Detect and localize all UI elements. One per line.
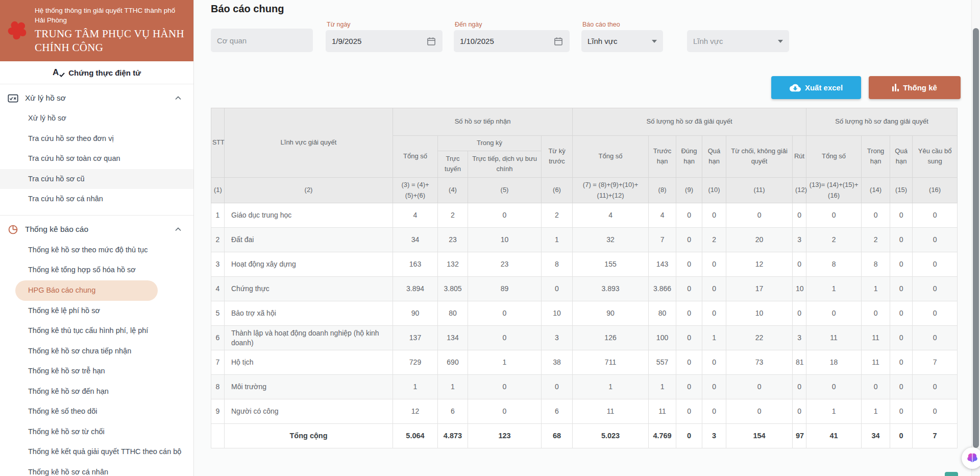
chevron-up-icon[interactable] bbox=[173, 224, 183, 234]
filter-bar: Cơ quan Từ ngày 1/9/2025 Đến ngày 1/10/2… bbox=[211, 21, 961, 52]
table-cell: 0 bbox=[862, 203, 890, 228]
sidebar-item[interactable]: Thống kê lệ phí hồ sơ bbox=[0, 301, 193, 321]
sidebar-item[interactable]: Tra cứu hồ sơ theo đơn vị bbox=[0, 129, 193, 149]
sidebar-item[interactable]: Thống kê hồ sơ trễ hạn bbox=[0, 361, 193, 382]
table-cell: 3.866 bbox=[649, 277, 676, 301]
calendar-icon[interactable] bbox=[553, 36, 564, 46]
sidebar-item[interactable]: Thống kê tổng hợp số hóa hồ sơ bbox=[0, 260, 193, 280]
table-cell: 0 bbox=[468, 326, 542, 350]
table-cell: 0 bbox=[890, 350, 913, 375]
calendar-icon[interactable] bbox=[426, 36, 436, 46]
table-cell: 8 bbox=[542, 252, 573, 277]
table-cell: 20 bbox=[726, 228, 793, 252]
table-cell: 0 bbox=[676, 203, 702, 228]
table-cell: 0 bbox=[793, 203, 806, 228]
table-cell: 68 bbox=[542, 424, 573, 448]
table-cell: 3 bbox=[793, 228, 806, 252]
col-header-truc-tiep: Trực tiếp, dịch vụ bưu chính bbox=[468, 151, 542, 177]
table-row: 1Giáo dục trung học42024400000000 bbox=[211, 203, 958, 228]
sidebar-item[interactable]: Thống kê kết quả giải quyết TTHC theo cá… bbox=[0, 442, 193, 462]
sidebar-item[interactable]: Tra cứu hồ sơ cá nhân bbox=[0, 189, 193, 209]
sidebar-item[interactable]: Thống kê hồ sơ từ chối bbox=[0, 422, 193, 442]
table-cell: 4 bbox=[393, 203, 438, 228]
table-cell: 0 bbox=[676, 424, 702, 448]
table-cell: Chứng thực bbox=[225, 277, 393, 301]
sidebar-item[interactable]: Tra cứu hồ sơ toàn cơ quan bbox=[0, 149, 193, 169]
table-cell: 0 bbox=[702, 252, 726, 277]
nav-group-statistics-reports[interactable]: Thống kê báo cáo bbox=[0, 219, 193, 240]
table-cell: 4.873 bbox=[438, 424, 468, 448]
sidebar-item[interactable]: Xử lý hồ sơ bbox=[0, 108, 193, 129]
sidebar-item[interactable]: Tra cứu hồ sơ cũ bbox=[0, 169, 193, 189]
table-cell: 73 bbox=[726, 350, 793, 375]
table-cell: 3.893 bbox=[573, 277, 649, 301]
to-date-input[interactable]: 1/10/2025 bbox=[454, 30, 570, 52]
field-select[interactable]: Lĩnh vực bbox=[687, 30, 789, 52]
sidebar-item[interactable]: Thống kê hồ sơ chưa tiếp nhận bbox=[0, 341, 193, 362]
chevron-up-icon[interactable] bbox=[173, 93, 183, 103]
table-cell: 90 bbox=[573, 301, 649, 326]
table-cell: 11 bbox=[862, 350, 890, 375]
col-header-yeu-cau-bo-sung: Yêu cầu bổ sung bbox=[913, 136, 958, 178]
table-cell: 143 bbox=[649, 252, 676, 277]
numbering-row: (1)(2)(3) = (4)+(5)+(6)(4)(5)(6)(7) = (8… bbox=[211, 177, 958, 203]
nav-group-process-records[interactable]: Xử lý hồ sơ bbox=[0, 88, 193, 108]
table-cell: 18 bbox=[806, 350, 862, 375]
from-date-input[interactable]: 1/9/2025 bbox=[326, 30, 443, 52]
column-number: (12) bbox=[793, 177, 806, 203]
col-header-trong-han: Trong hạn bbox=[862, 136, 890, 178]
document-check-x-icon bbox=[8, 93, 18, 103]
table-cell: 137 bbox=[393, 326, 438, 350]
to-date-value: 1/10/2025 bbox=[460, 37, 494, 45]
sidebar-item[interactable]: Thống kê thủ tục cấu hình phí, lệ phí bbox=[0, 321, 193, 341]
table-cell: 0 bbox=[726, 203, 793, 228]
table-cell: 22 bbox=[726, 326, 793, 350]
table-cell: 11 bbox=[806, 326, 862, 350]
table-cell: 6 bbox=[211, 326, 225, 350]
sidebar-item[interactable]: Thống kê hồ sơ đến hạn bbox=[0, 382, 193, 402]
table-cell: 11 bbox=[573, 399, 649, 424]
table-cell: 0 bbox=[542, 277, 573, 301]
table-cell: 4 bbox=[573, 203, 649, 228]
report-by-select[interactable]: Lĩnh vực bbox=[581, 30, 663, 52]
table-cell: 0 bbox=[913, 228, 958, 252]
column-number: (5) bbox=[468, 177, 542, 203]
col-header-tong-so: Tổng số bbox=[573, 136, 649, 178]
table-cell: 3 bbox=[542, 326, 573, 350]
table-row: 4Chứng thực3.8943.8058903.8933.866001710… bbox=[211, 277, 958, 301]
statistics-button[interactable]: Thống kê bbox=[869, 76, 961, 99]
from-date-value: 1/9/2025 bbox=[332, 37, 361, 45]
sidebar-item[interactable]: Thống kê hồ sơ theo mức độ thủ tục bbox=[0, 240, 193, 260]
table-cell: 0 bbox=[890, 399, 913, 424]
table-cell: 80 bbox=[438, 301, 468, 326]
column-number: (4) bbox=[438, 177, 468, 203]
electronic-certification-link[interactable]: A Chứng thực điện tử bbox=[0, 61, 193, 84]
action-buttons: Xuất excel Thống kê bbox=[211, 76, 961, 99]
report-by-label: Báo cáo theo bbox=[581, 21, 663, 28]
brand-header: Hệ thống thông tin giải quyết TTHC thành… bbox=[0, 0, 193, 61]
table-cell: 0 bbox=[890, 301, 913, 326]
vertical-scrollbar[interactable] bbox=[971, 0, 980, 476]
table-cell: Hộ tịch bbox=[225, 350, 393, 375]
sidebar-item[interactable]: HPG Báo cáo chung bbox=[15, 280, 158, 301]
table-row: 5Bảo trợ xã hội90800109080001000000 bbox=[211, 301, 958, 326]
column-number: (8) bbox=[649, 177, 676, 203]
caret-down-icon bbox=[652, 40, 657, 43]
table-cell: Thành lập và hoạt động doanh nghiệp (hộ … bbox=[225, 326, 393, 350]
table-cell: 2 bbox=[702, 228, 726, 252]
col-header-truoc-han: Trước hạn bbox=[649, 136, 676, 178]
agency-input[interactable]: Cơ quan bbox=[211, 29, 313, 52]
sidebar-item[interactable]: Thống kê số theo dõi bbox=[0, 401, 193, 422]
extension-floating-button[interactable] bbox=[962, 447, 980, 469]
column-number: (15) bbox=[890, 177, 913, 203]
table-cell: 38 bbox=[542, 350, 573, 375]
col-header-tong-so: Tổng số bbox=[806, 136, 862, 178]
bottom-right-chip[interactable] bbox=[945, 472, 958, 476]
table-cell: 1 bbox=[393, 375, 438, 399]
col-header-dung-han: Đúng hạn bbox=[676, 136, 702, 178]
export-excel-button[interactable]: Xuất excel bbox=[771, 76, 861, 99]
scrollbar-thumb[interactable] bbox=[973, 28, 979, 448]
sidebar-item[interactable]: Thống kê hồ sơ cá nhân bbox=[0, 462, 193, 476]
group-header-received: Số hồ sơ tiếp nhận bbox=[393, 108, 573, 136]
pinwheel-logo-icon bbox=[5, 18, 30, 42]
